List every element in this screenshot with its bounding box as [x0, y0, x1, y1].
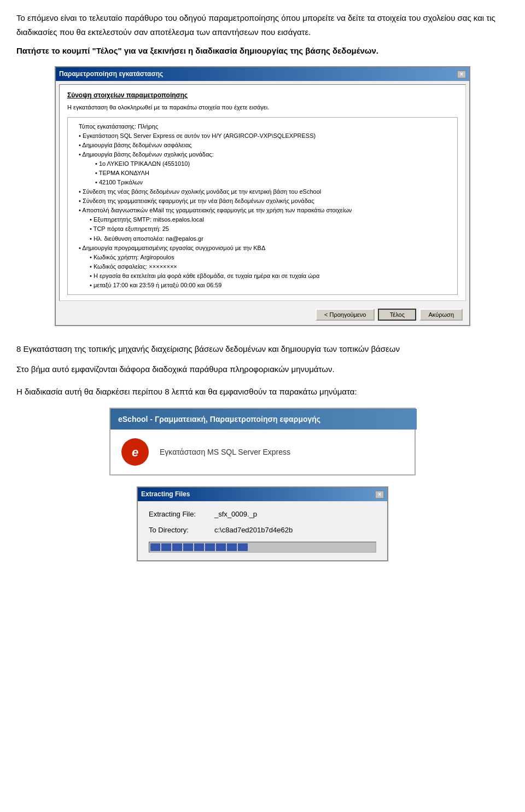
parametrization-dialog: Παραμετροποίηση εγκατάστασης × Σύνοψη στ… [55, 66, 470, 326]
eschool-banner: eSchool - Γραμματειακή, Παραμετροποίηση … [110, 409, 417, 430]
cancel-button[interactable]: Ακύρωση [419, 309, 463, 321]
dialog-item-5: • 42100 Τρικάλων [95, 178, 452, 187]
dialog-type-label: Τύπος εγκατάστασης: Πλήρης [79, 122, 452, 131]
intro-paragraph-2: Πατήστε το κουμπί "Τέλος" για να ξεκινήσ… [16, 44, 509, 57]
extract-body: Extracting File: _sfx_0009._p To Directo… [138, 501, 387, 560]
intro-paragraph-1: Το επόμενο είναι το τελευταίο παράθυρο τ… [16, 11, 509, 39]
dialog-item-15: • Η εργασία θα εκτελείται μία φορά κάθε … [90, 271, 452, 281]
progress-segment-7 [227, 543, 237, 551]
dialog-title: Παραμετροποίηση εγκατάστασης [59, 69, 163, 79]
eschool-panel: eSchool - Γραμματειακή, Παραμετροποίηση … [109, 408, 416, 475]
dialog-item-2: • Δημιουργία βάσης δεδομένων σχολικής μο… [79, 150, 452, 159]
extract-file-label: Extracting File: [149, 509, 214, 520]
dialog-item-12: • Δημιουργία προγραμματισμένης εργασίας … [79, 243, 452, 253]
dialog-item-16: • μεταξύ 17:00 και 23:59 ή μεταξύ 00:00 … [90, 281, 452, 290]
dialog-item-4: • ΤΕΡΜΑ ΚΟΝΔΥΛΗ [95, 169, 452, 178]
extract-titlebar: Extracting Files × [138, 488, 387, 501]
progress-bar [149, 542, 376, 553]
progress-segment-6 [216, 543, 226, 551]
progress-segment-1 [161, 543, 171, 551]
progress-bar-inner [150, 543, 248, 551]
extract-row-2: To Directory: c:\c8ad7ed201b7d4e62b [149, 525, 376, 536]
extracting-files-dialog: Extracting Files × Extracting File: _sfx… [137, 486, 388, 561]
section8-body1: Στο βήμα αυτό εμφανίζονται διάφορα διαδο… [16, 362, 509, 376]
dialog-item-8: • Αποστολή διαγνωστικών eMail της γραμμα… [79, 206, 452, 215]
eschool-logo: e [121, 438, 149, 466]
dialog-content-box: Τύπος εγκατάστασης: Πλήρης • Εγκατάσταση… [67, 117, 458, 295]
eschool-install-text: Εγκατάσταση MS SQL Server Express [160, 446, 290, 458]
extract-title: Extracting Files [141, 489, 190, 500]
dialog-item-9: • Εξυπηρετητής SMTP: mitsos.epalos.local [90, 215, 452, 224]
dialog-item-1: • Δημιουργία βάσης δεδομένων ασφάλειας [79, 141, 452, 150]
finish-button[interactable]: Τέλος [378, 309, 416, 321]
eschool-content: e Εγκατάσταση MS SQL Server Express [110, 430, 415, 474]
extract-close-button[interactable]: × [375, 491, 384, 498]
dialog-body: Σύνοψη στοιχείων παραμετροποίησης Η εγκα… [59, 84, 466, 301]
progress-segment-4 [194, 543, 204, 551]
dialog-item-10: • TCP πόρτα εξυπηρετητή: 25 [90, 224, 452, 234]
dialog-item-6: • Σύνδεση της νέας βάσης δεδομένων σχολι… [79, 187, 452, 196]
progress-segment-8 [238, 543, 248, 551]
extract-row-1: Extracting File: _sfx_0009._p [149, 509, 376, 520]
dialog-titlebar: Παραμετροποίηση εγκατάστασης × [56, 67, 469, 81]
dialog-item-3: • 1ο ΛΥΚΕΙΟ ΤΡΙΚΑΛΩΝ (4551010) [95, 159, 452, 169]
dialog-item-0: • Εγκατάσταση SQL Server Express σε αυτό… [79, 131, 452, 141]
dialog-item-14: • Κωδικός ασφαλείας: ×××××××× [90, 262, 452, 271]
dialog-subtitle: Η εγκατάσταση θα ολοκληρωθεί με τα παρακ… [67, 103, 458, 113]
progress-segment-0 [150, 543, 160, 551]
dialog-item-13: • Κωδικός χρήστη: Argiropoulos [90, 253, 452, 262]
dialog-item-11: • Ηλ. διεύθυνση αποστολέα: na@epalos.gr [90, 234, 452, 243]
dialog-footer: < Προηγούμενο Τέλος Ακύρωση [56, 304, 469, 325]
progress-segment-3 [183, 543, 193, 551]
progress-segment-5 [205, 543, 215, 551]
extract-file-value: _sfx_0009._p [214, 509, 257, 520]
back-button[interactable]: < Προηγούμενο [316, 309, 375, 321]
dialog-item-7: • Σύνδεση της γραμματειακής εφαρμογής με… [79, 196, 452, 206]
dialog-close-button[interactable]: × [457, 71, 466, 78]
dialog-section-title: Σύνοψη στοιχείων παραμετροποίησης [67, 90, 458, 101]
extract-dir-label: To Directory: [149, 525, 214, 536]
section8-body2: Η διαδικασία αυτή θα διαρκέσει περίπου 8… [16, 385, 509, 399]
extract-dir-value: c:\c8ad7ed201b7d4e62b [214, 525, 293, 536]
progress-segment-2 [172, 543, 182, 551]
section8-heading: 8 Εγκατάσταση της τοπικής μηχανής διαχεί… [16, 343, 509, 356]
